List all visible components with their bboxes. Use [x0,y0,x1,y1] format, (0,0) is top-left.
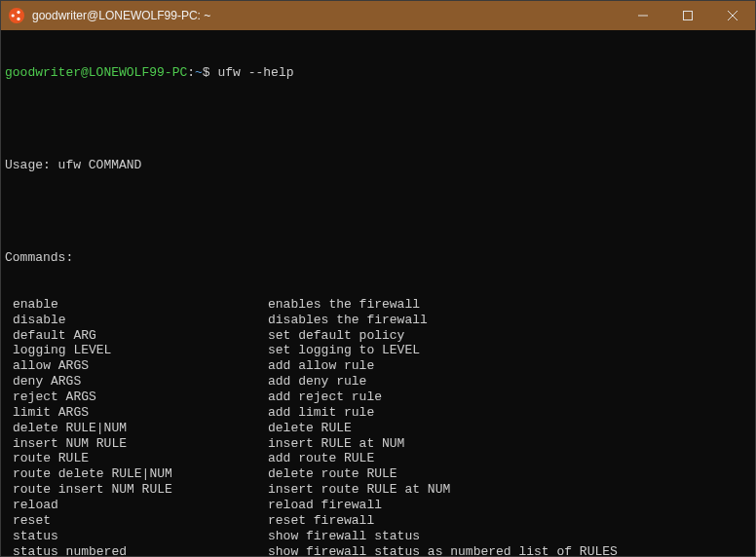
close-button[interactable] [710,1,755,30]
svg-point-3 [17,18,19,20]
command-name: default ARG [5,328,268,344]
command-description: delete route RULE [268,466,397,482]
command-description: add allow rule [268,358,374,374]
command-row: reloadreload firewall [5,498,751,513]
command-row: resetreset firewall [5,513,751,529]
command-name: enable [5,297,268,313]
terminal-body[interactable]: goodwriter@LONEWOLF99-PC:~$ ufw --help U… [1,30,755,556]
ubuntu-icon [9,8,24,23]
command-row: route RULEadd route RULE [5,451,751,466]
svg-point-1 [12,14,15,17]
command-description: reload firewall [268,498,382,513]
command-description: insert RULE at NUM [268,436,404,452]
command-row: deny ARGSadd deny rule [5,374,751,390]
command-description: enables the firewall [268,297,420,313]
svg-point-0 [9,8,24,23]
usage-line: Usage: ufw COMMAND [5,158,751,173]
command-row: reject ARGSadd reject rule [5,390,751,405]
command-name: logging LEVEL [5,343,268,358]
command-row: route insert NUM RULEinsert route RULE a… [5,482,751,498]
command-row: insert NUM RULEinsert RULE at NUM [5,436,751,452]
prompt-path: ~ [195,65,203,80]
terminal-window: goodwriter@LONEWOLF99-PC: ~ goodwriter@L… [0,0,756,557]
commands-list: enableenables the firewalldisabledisable… [5,297,751,556]
minimize-button[interactable] [621,1,665,30]
command-name: disable [5,313,268,328]
window-controls [621,1,755,30]
command-name: route delete RULE|NUM [5,466,268,482]
window-title: goodwriter@LONEWOLF99-PC: ~ [32,9,621,22]
command-name: route RULE [5,451,268,466]
command-row: allow ARGSadd allow rule [5,358,751,374]
command-row: limit ARGSadd limit rule [5,405,751,421]
svg-rect-5 [684,12,693,20]
svg-point-2 [17,11,19,14]
command-row: status numberedshow firewall status as n… [5,544,751,556]
command-row: statusshow firewall status [5,529,751,544]
prompt-user-host: goodwriter@LONEWOLF99-PC [5,65,187,80]
command-name: allow ARGS [5,358,268,374]
prompt-symbol: $ [203,65,210,80]
command-description: show firewall status [268,529,420,544]
command-description: show firewall status as numbered list of… [268,544,618,556]
command-row: enableenables the firewall [5,297,751,313]
commands-header: Commands: [5,250,751,266]
titlebar[interactable]: goodwriter@LONEWOLF99-PC: ~ [1,1,755,30]
command-row: logging LEVELset logging to LEVEL [5,343,751,358]
command-name: status [5,529,268,544]
command-description: add limit rule [268,405,374,421]
prompt-line-1: goodwriter@LONEWOLF99-PC:~$ ufw --help [5,65,751,81]
command-row: delete RULE|NUMdelete RULE [5,421,751,436]
command-name: limit ARGS [5,405,268,421]
command-row: route delete RULE|NUMdelete route RULE [5,466,751,482]
command-description: insert route RULE at NUM [268,482,450,498]
prompt-colon: : [187,65,195,80]
command-name: reload [5,498,268,513]
entered-command: ufw --help [217,65,293,80]
command-description: add deny rule [268,374,366,390]
command-name: deny ARGS [5,374,268,390]
command-name: insert NUM RULE [5,436,268,452]
command-name: route insert NUM RULE [5,482,268,498]
maximize-button[interactable] [665,1,710,30]
command-row: disabledisables the firewall [5,313,751,328]
command-description: add route RULE [268,451,374,466]
blank-line [5,111,751,127]
command-description: delete RULE [268,421,352,436]
command-description: set default policy [268,328,404,344]
blank-line [5,204,751,220]
command-name: delete RULE|NUM [5,421,268,436]
command-description: reset firewall [268,513,374,529]
command-description: add reject rule [268,390,382,405]
command-name: reject ARGS [5,390,268,405]
command-description: set logging to LEVEL [268,343,420,358]
command-name: reset [5,513,268,529]
command-description: disables the firewall [268,313,428,328]
command-row: default ARGset default policy [5,328,751,344]
command-name: status numbered [5,544,268,556]
